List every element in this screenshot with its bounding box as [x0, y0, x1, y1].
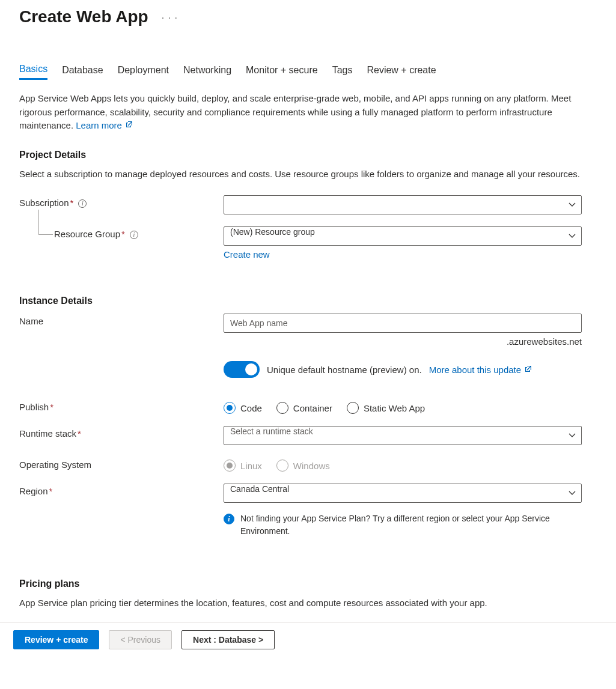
publish-option-code[interactable]: Code	[224, 402, 262, 414]
region-note: Not finding your App Service Plan? Try a…	[240, 512, 582, 538]
region-select[interactable]: Canada Central	[224, 484, 582, 503]
publish-label: Publish*	[19, 399, 224, 412]
tab-review-create[interactable]: Review + create	[367, 60, 436, 80]
tab-tags[interactable]: Tags	[332, 60, 353, 80]
section-pricing-desc: App Service plan pricing tier determines…	[19, 596, 596, 610]
more-actions-button[interactable]: · · ·	[158, 11, 181, 25]
info-icon: i	[224, 514, 234, 524]
radio-icon	[276, 460, 288, 472]
radio-icon	[347, 402, 359, 414]
hostname-more-link[interactable]: More about this update	[429, 365, 532, 375]
previous-button: < Previous	[109, 630, 172, 649]
region-label: Region*	[19, 484, 224, 496]
tab-basics[interactable]: Basics	[19, 60, 47, 80]
web-app-name-input[interactable]	[224, 314, 582, 333]
section-project-details-title: Project Details	[19, 150, 597, 160]
publish-option-container[interactable]: Container	[276, 402, 332, 414]
os-option-windows: Windows	[276, 460, 330, 472]
hostname-more-label: More about this update	[429, 365, 521, 375]
subscription-label: Subscription* i	[19, 195, 224, 208]
section-pricing-title: Pricing plans	[19, 578, 597, 589]
runtime-stack-select[interactable]: Select a runtime stack	[224, 426, 582, 445]
create-new-resource-group-link[interactable]: Create new	[224, 249, 270, 260]
intro-text: App Service Web Apps lets you quickly bu…	[19, 92, 596, 133]
tab-monitor-secure[interactable]: Monitor + secure	[246, 60, 318, 80]
resource-group-label: Resource Group* i	[19, 226, 224, 239]
external-link-icon	[126, 118, 133, 126]
resource-group-select[interactable]: (New) Resource group	[224, 226, 582, 246]
tab-deployment[interactable]: Deployment	[118, 60, 169, 80]
domain-suffix: .azurewebsites.net	[224, 336, 582, 347]
section-project-details-desc: Select a subscription to manage deployed…	[19, 168, 596, 181]
operating-system-label: Operating System	[19, 457, 224, 470]
external-link-icon	[525, 364, 532, 371]
radio-icon	[224, 402, 236, 414]
tab-bar: Basics Database Deployment Networking Mo…	[19, 60, 597, 80]
name-label: Name	[19, 314, 224, 326]
radio-icon	[224, 460, 236, 472]
learn-more-label: Learn more	[76, 120, 122, 130]
page-title: Create Web App	[19, 7, 148, 26]
unique-hostname-label: Unique default hostname (preview) on.	[267, 365, 422, 375]
radio-icon	[276, 402, 288, 414]
wizard-footer: Review + create < Previous Next : Databa…	[0, 622, 616, 660]
runtime-stack-label: Runtime stack*	[19, 426, 224, 439]
publish-radio-group: Code Container Static Web App	[224, 399, 582, 414]
subscription-select[interactable]	[224, 195, 582, 214]
tab-database[interactable]: Database	[62, 60, 103, 80]
review-create-button[interactable]: Review + create	[13, 630, 99, 649]
info-icon[interactable]: i	[130, 231, 138, 239]
os-option-linux: Linux	[224, 460, 262, 472]
tab-networking[interactable]: Networking	[183, 60, 231, 80]
section-instance-details-title: Instance Details	[19, 296, 597, 306]
os-radio-group: Linux Windows	[224, 457, 582, 472]
info-icon[interactable]: i	[78, 199, 87, 208]
unique-hostname-toggle[interactable]	[224, 361, 260, 378]
publish-option-static-web-app[interactable]: Static Web App	[347, 402, 425, 414]
next-button[interactable]: Next : Database >	[181, 630, 275, 649]
learn-more-link[interactable]: Learn more	[76, 120, 133, 130]
